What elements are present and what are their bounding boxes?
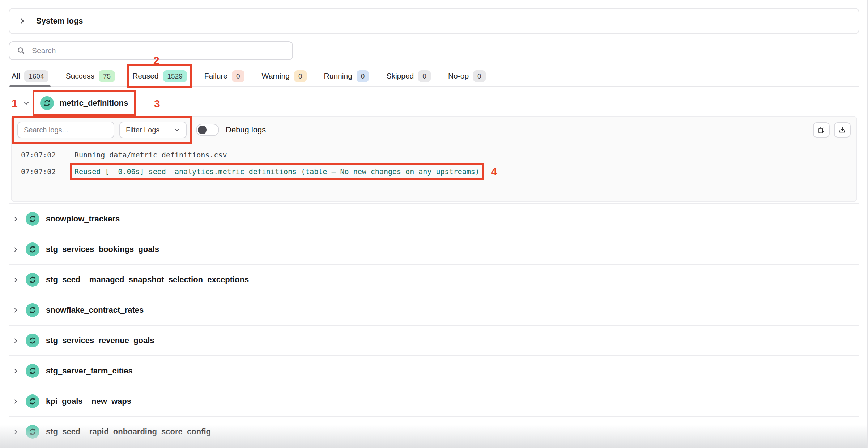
tab-label: Running: [324, 72, 352, 80]
tab-skipped[interactable]: Skipped 0: [386, 69, 430, 83]
log-item-name: stg_seed__managed_snapshot_selection_exc…: [46, 275, 249, 284]
annotation-box-1[interactable]: metric_definitions: [35, 93, 133, 114]
tab-count-badge: 0: [232, 70, 244, 82]
search-icon: [17, 46, 25, 55]
filter-logs-label: Filter Logs: [126, 126, 159, 134]
chevron-right-icon: [12, 246, 19, 253]
copy-logs-button[interactable]: [813, 122, 830, 138]
log-item-name: stg_services_revenue_goals: [46, 336, 154, 345]
chevron-right-icon: [12, 337, 19, 344]
tab-running[interactable]: Running 0: [324, 69, 369, 83]
log-output: 07:07:02 Running data/metric_definitions…: [17, 148, 851, 179]
toggle-knob: [198, 126, 207, 134]
annotation-label-1: 1: [12, 97, 18, 109]
log-item-name: stg_server_farm_cities: [46, 366, 133, 376]
chevron-right-icon: [12, 276, 19, 283]
tab-label: Skipped: [386, 72, 414, 80]
annotation-box-4: Reused [ 0.06s] seed analytics.metric_de…: [75, 167, 480, 176]
list-item-stg-seed-rapid-onboarding-score-config[interactable]: stg_seed__rapid_onboarding_score_config: [9, 417, 859, 447]
page-title: System logs: [36, 16, 83, 26]
log-search-input[interactable]: [17, 122, 114, 138]
log-line: 07:07:02 Running data/metric_definitions…: [17, 148, 851, 162]
log-message: Running data/metric_definitions.csv: [75, 151, 227, 159]
debug-logs-label: Debug logs: [226, 125, 266, 135]
log-item-name: stg_services_bookings_goals: [46, 245, 159, 254]
system-logs-header[interactable]: System logs: [9, 8, 859, 34]
list-item-stg-services-bookings-goals[interactable]: stg_services_bookings_goals: [9, 234, 859, 265]
chevron-right-icon: [12, 428, 19, 435]
log-timestamp: 07:07:02: [21, 167, 64, 176]
list-item-kpi-goals-new-waps[interactable]: kpi_goals__new_waps: [9, 386, 859, 417]
sync-reused-icon: [26, 273, 39, 287]
log-controls: Filter Logs Debug logs: [17, 122, 851, 138]
chevron-right-icon: [12, 368, 19, 375]
tab-label: No-op: [448, 72, 469, 80]
sync-reused-icon: [26, 394, 39, 408]
sync-reused-icon: [26, 303, 39, 317]
tab-failure[interactable]: Failure 0: [204, 69, 244, 83]
list-item-stg-server-farm-cities[interactable]: stg_server_farm_cities: [9, 356, 859, 386]
chevron-down-icon[interactable]: [23, 100, 30, 107]
sync-reused-icon: [40, 96, 54, 110]
annotation-box-3: Filter Logs: [17, 122, 187, 138]
sync-reused-icon: [26, 212, 39, 226]
tab-warning[interactable]: Warning 0: [262, 69, 307, 83]
sync-reused-icon: [26, 364, 39, 378]
tab-label: All: [12, 72, 20, 80]
tab-label: Success: [66, 72, 94, 80]
tab-count-badge: 0: [418, 70, 431, 82]
log-item-name: snowflake_contract_rates: [46, 305, 144, 315]
log-line: 07:07:02 Reused [ 0.06s] seed analytics.…: [17, 164, 851, 179]
tab-label: Reused: [132, 72, 158, 80]
log-item-name: metric_definitions: [60, 98, 128, 108]
log-panel: 3 Filter Logs Debug logs: [11, 116, 857, 202]
tab-count-badge: 1604: [24, 70, 48, 82]
tab-label: Warning: [262, 72, 290, 80]
tab-count-badge: 1529: [163, 70, 187, 82]
tab-count-badge: 75: [99, 70, 115, 82]
tab-noop[interactable]: No-op 0: [448, 69, 486, 83]
sync-reused-icon: [26, 334, 39, 347]
log-timestamp: 07:07:02: [21, 151, 64, 159]
tab-label: Failure: [204, 72, 227, 80]
list-item-snowflake-contract-rates[interactable]: snowflake_contract_rates: [9, 295, 859, 326]
annotation-label-4: 4: [491, 165, 497, 178]
tab-all[interactable]: All 1604: [12, 69, 48, 83]
copy-icon: [817, 126, 825, 134]
sync-reused-icon: [26, 425, 39, 439]
tab-success[interactable]: Success 75: [66, 69, 115, 83]
filter-logs-dropdown[interactable]: Filter Logs: [119, 122, 187, 138]
status-tabs: 2 All 1604 Success 75 Reused 1529 Failur…: [9, 69, 859, 87]
debug-logs-toggle[interactable]: [196, 124, 219, 136]
chevron-right-icon: [12, 307, 19, 314]
annotation-label-3: 3: [154, 98, 160, 110]
list-item-stg-seed-managed-snapshot-selection-exceptions[interactable]: stg_seed__managed_snapshot_selection_exc…: [9, 265, 859, 295]
download-logs-button[interactable]: [834, 122, 851, 138]
chevron-down-icon: [174, 127, 180, 133]
list-item-stg-services-revenue-goals[interactable]: stg_services_revenue_goals: [9, 326, 859, 356]
log-toolbar: [813, 122, 851, 138]
search-box[interactable]: [9, 41, 293, 60]
tab-count-badge: 0: [357, 70, 369, 82]
sync-reused-icon: [26, 242, 39, 256]
chevron-right-icon: [12, 398, 19, 405]
expanded-log-item-header: 1 metric_definitions: [9, 93, 859, 114]
log-items-list: snowplow_trackers stg_services_bookings_…: [9, 203, 859, 447]
download-icon: [838, 126, 846, 134]
chevron-right-icon: [12, 216, 19, 223]
tab-count-badge: 0: [473, 70, 486, 82]
log-item-name: kpi_goals__new_waps: [46, 397, 131, 406]
log-item-name: snowplow_trackers: [46, 214, 120, 224]
tab-count-badge: 0: [294, 70, 307, 82]
annotation-label-2: 2: [153, 54, 159, 67]
list-item-snowplow-trackers[interactable]: snowplow_trackers: [9, 204, 859, 234]
chevron-right-icon[interactable]: [19, 17, 26, 25]
tab-reused[interactable]: Reused 1529: [132, 69, 187, 83]
log-item-name: stg_seed__rapid_onboarding_score_config: [46, 427, 211, 436]
